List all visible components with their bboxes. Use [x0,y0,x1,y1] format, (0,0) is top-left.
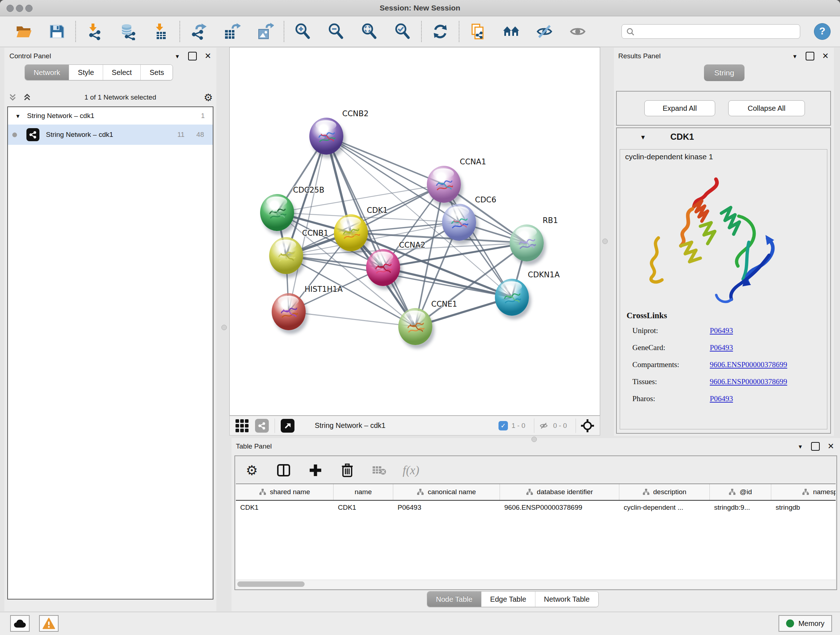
homes-icon[interactable] [502,22,520,41]
tab-string[interactable]: String [704,65,745,81]
node-label-ccna2: CCNA2 [399,241,425,249]
network-node-cdkn1a[interactable] [495,279,529,316]
tab-network-table[interactable]: Network Table [535,592,598,607]
network-share-icon[interactable] [255,419,269,432]
zoom-out-icon[interactable] [327,22,345,41]
memory-button[interactable]: Memory [778,615,832,632]
birds-eye-crosshair-icon[interactable] [580,418,595,433]
import-network-icon[interactable] [85,22,103,41]
network-canvas[interactable]: CCNB2CCNA1CDC25BCDK1CDC6RB1CCNB1CCNA2CDK… [229,47,600,416]
crosslink-link[interactable]: P06493 [710,343,733,352]
column-header-canonical-name[interactable]: canonical name [393,484,500,500]
network-row-selected[interactable]: String Network – cdk1 11 48 [8,125,213,145]
tab-edge-table[interactable]: Edge Table [481,592,535,607]
help-button[interactable]: ? [814,23,831,40]
network-node-ccnb1[interactable] [269,237,303,274]
network-edge[interactable] [286,136,326,256]
grid-view-icon[interactable] [235,419,248,432]
table-cell[interactable]: CDK1 [333,501,393,515]
table-cell[interactable]: P06493 [393,501,500,515]
table-cell[interactable]: stringdb [771,501,836,515]
crosslink-link[interactable]: P06493 [710,326,733,335]
tab-sets[interactable]: Sets [141,65,172,80]
splitter-handle[interactable] [221,325,227,330]
close-panel-icon[interactable]: ✕ [828,443,834,450]
crosslink-link[interactable]: 9606.ENSP00000378699 [710,360,787,369]
tab-style[interactable]: Style [69,65,103,80]
network-options-gear-icon[interactable]: ⚙ [204,92,213,103]
network-node-rb1[interactable] [510,225,544,261]
zoom-fit-icon[interactable] [360,22,378,41]
network-node-hist1h1a[interactable] [272,293,306,330]
selected-checkbox-icon[interactable]: ✓ [499,421,508,431]
splitter-handle[interactable] [531,437,537,442]
show-all-eye-icon[interactable] [569,22,587,41]
table-row[interactable]: CDK1CDK1P064939606.ENSP00000378699cyclin… [236,501,836,515]
cloud-status-button[interactable] [10,615,30,632]
zoom-selected-icon[interactable] [393,22,412,41]
float-panel-icon[interactable] [811,442,820,451]
float-panel-icon[interactable] [188,52,197,60]
function-builder-icon[interactable]: f(x) [403,462,419,478]
collection-collapse-icon[interactable]: ▼ [15,113,21,119]
add-column-icon[interactable] [308,462,324,478]
network-collection-row[interactable]: ▼ String Network – cdk1 1 [8,107,213,125]
table-cell[interactable]: stringdb:9... [710,501,771,515]
save-session-icon[interactable] [48,22,66,41]
zoom-in-icon[interactable] [294,22,312,41]
table-horizontal-scrollbar[interactable] [236,580,836,589]
expand-all-icon[interactable] [22,93,32,102]
panel-menu-icon[interactable]: ▼ [792,53,798,59]
detach-view-icon[interactable] [281,419,294,432]
import-table-icon[interactable] [152,22,170,41]
tab-select[interactable]: Select [103,65,141,80]
crosslink-link[interactable]: P06493 [710,394,733,403]
panel-menu-icon[interactable]: ▼ [175,53,180,59]
close-panel-icon[interactable]: ✕ [205,52,211,60]
export-image-icon[interactable] [256,22,274,41]
export-network-icon[interactable] [189,22,208,41]
table-options-gear-icon[interactable]: ⚙ [244,462,260,478]
network-node-cdc25b[interactable] [260,194,294,231]
clone-network-icon[interactable] [469,22,487,41]
network-edge[interactable] [289,312,415,326]
column-header-description[interactable]: description [619,484,710,500]
table-cell[interactable]: cyclin-dependent ... [619,501,710,515]
network-node-cdk1[interactable] [334,214,368,251]
network-node-cdc6[interactable] [442,204,476,241]
warnings-button[interactable] [39,615,58,632]
import-database-icon[interactable] [118,22,137,41]
tab-node-table[interactable]: Node Table [427,592,481,607]
collapse-all-icon[interactable] [8,93,17,102]
network-node-ccnb2[interactable] [309,118,343,155]
delete-column-trash-icon[interactable] [339,462,355,478]
tab-network[interactable]: Network [25,65,69,80]
table-cell[interactable]: CDK1 [236,501,333,515]
network-node-ccna2[interactable] [366,249,400,286]
column-header-database-identifier[interactable]: database identifier [500,484,619,500]
refresh-icon[interactable] [431,22,449,41]
scrollbar-thumb[interactable] [237,581,305,587]
column-header-name[interactable]: name [333,484,393,500]
network-node-ccna1[interactable] [427,166,461,203]
open-session-icon[interactable] [14,22,33,41]
splitter-handle[interactable] [602,239,608,244]
column-header--id[interactable]: @id [710,484,771,500]
close-panel-icon[interactable]: ✕ [822,52,829,60]
panel-menu-icon[interactable]: ▼ [798,443,803,450]
show-columns-icon[interactable] [276,462,292,478]
table-cell[interactable]: 9606.ENSP00000378699 [500,501,619,515]
collapse-all-button[interactable]: Collapse All [728,100,805,116]
export-table-icon[interactable] [223,22,241,41]
expand-all-button[interactable]: Expand All [644,100,715,116]
hide-selected-eye-icon[interactable] [535,22,554,41]
search-input[interactable] [622,24,800,39]
crosslink-link[interactable]: 9606.ENSP00000378699 [710,377,787,386]
column-header-shared-name[interactable]: shared name [236,484,333,500]
network-node-ccne1[interactable] [398,308,432,345]
delete-table-icon[interactable] [371,462,387,478]
entry-collapse-icon[interactable]: ▼ [640,134,646,141]
float-panel-icon[interactable] [806,52,814,60]
crosslink-label: Pharos: [632,394,655,403]
column-header-namespace[interactable]: namespace [771,484,836,500]
